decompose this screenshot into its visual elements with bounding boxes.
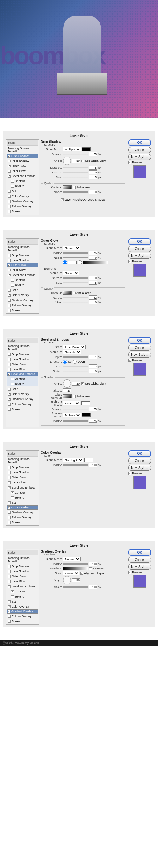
checkbox-icon[interactable] bbox=[61, 198, 64, 201]
item-inner-shadow[interactable]: Inner Shadow bbox=[7, 569, 38, 574]
item-outer-glow[interactable]: Outer Glow bbox=[7, 574, 38, 579]
styles-header[interactable]: Styles bbox=[7, 239, 38, 245]
new-style-button[interactable]: New Style... bbox=[128, 253, 151, 259]
checkbox-icon[interactable] bbox=[8, 585, 11, 588]
item-stroke[interactable]: Stroke bbox=[7, 308, 38, 313]
styles-header[interactable]: Styles bbox=[7, 338, 38, 343]
h-opacity-slider[interactable] bbox=[63, 409, 88, 410]
color-swatch[interactable] bbox=[84, 458, 93, 462]
checkbox-icon[interactable] bbox=[8, 570, 11, 573]
item-gradient-overlay[interactable]: Gradient Overlay bbox=[7, 199, 38, 204]
jitter-slider[interactable] bbox=[63, 302, 88, 303]
soften-slider[interactable] bbox=[63, 371, 88, 372]
ok-button[interactable]: OK bbox=[128, 140, 151, 146]
gradient-radio[interactable] bbox=[78, 260, 82, 265]
scale-input[interactable] bbox=[89, 585, 97, 589]
checkbox-icon[interactable] bbox=[128, 571, 131, 574]
checkbox-icon[interactable] bbox=[8, 481, 11, 484]
spread-slider[interactable] bbox=[63, 172, 88, 173]
item-inner-glow[interactable]: Inner Glow bbox=[7, 480, 38, 485]
checkbox-icon[interactable] bbox=[11, 378, 14, 380]
checkbox-icon[interactable] bbox=[80, 572, 83, 575]
item-inner-glow[interactable]: Inner Glow bbox=[7, 367, 38, 372]
item-blending-options[interactable]: Blending Options: Default bbox=[7, 245, 38, 253]
h-opacity-input[interactable] bbox=[89, 407, 97, 411]
item-gradient-overlay[interactable]: Gradient Overlay bbox=[7, 397, 38, 402]
cancel-button[interactable]: Cancel bbox=[128, 458, 151, 464]
item-stroke[interactable]: Stroke bbox=[7, 619, 38, 624]
opacity-slider[interactable] bbox=[63, 154, 88, 155]
s-opacity-input[interactable] bbox=[89, 419, 97, 423]
item-color-overlay[interactable]: Color Overlay bbox=[7, 604, 38, 609]
size-input[interactable] bbox=[89, 175, 97, 179]
item-outer-glow[interactable]: Outer Glow bbox=[7, 263, 38, 267]
item-satin[interactable]: Satin bbox=[7, 599, 38, 604]
ok-button[interactable]: OK bbox=[128, 337, 151, 344]
checkbox-icon[interactable] bbox=[128, 359, 131, 362]
checkbox-icon[interactable] bbox=[8, 403, 11, 406]
checkbox-icon[interactable] bbox=[8, 368, 11, 371]
noise-slider[interactable] bbox=[63, 191, 88, 193]
item-outer-glow[interactable]: Outer Glow bbox=[7, 475, 38, 480]
checkbox-icon[interactable] bbox=[8, 165, 11, 167]
checkbox-icon[interactable] bbox=[8, 606, 11, 608]
item-texture[interactable]: Texture bbox=[7, 184, 38, 189]
item-color-overlay[interactable]: Color Overlay bbox=[7, 292, 38, 298]
item-drop-shadow[interactable]: Drop Shadow bbox=[7, 564, 38, 569]
direction-up-radio[interactable] bbox=[63, 360, 67, 364]
opacity-input[interactable] bbox=[89, 562, 97, 566]
item-contour[interactable]: Contour bbox=[7, 277, 38, 282]
cancel-button[interactable]: Cancel bbox=[128, 147, 151, 153]
color-swatch[interactable] bbox=[68, 261, 77, 265]
item-stroke[interactable]: Stroke bbox=[7, 520, 38, 525]
new-style-button[interactable]: New Style... bbox=[128, 154, 151, 160]
checkbox-icon[interactable] bbox=[8, 274, 11, 277]
item-bevel-emboss[interactable]: Bevel and Emboss bbox=[7, 272, 38, 277]
item-color-overlay[interactable]: Color Overlay bbox=[7, 392, 38, 397]
checkbox-icon[interactable] bbox=[73, 292, 75, 294]
checkbox-icon[interactable] bbox=[8, 471, 11, 474]
item-blending-options[interactable]: Blending Options: Default bbox=[7, 343, 38, 352]
range-input[interactable] bbox=[89, 296, 97, 300]
item-blending-options[interactable]: Blending Options: Default bbox=[7, 457, 38, 465]
s-opacity-slider[interactable] bbox=[63, 420, 88, 422]
checkbox-icon[interactable] bbox=[11, 590, 14, 593]
jitter-input[interactable] bbox=[89, 300, 97, 304]
gradient-bar[interactable] bbox=[63, 566, 88, 570]
ok-button[interactable]: OK bbox=[128, 238, 151, 245]
item-color-overlay[interactable]: Color Overlay bbox=[7, 505, 38, 510]
opacity-input[interactable] bbox=[89, 463, 97, 467]
item-gradient-overlay[interactable]: Gradient Overlay bbox=[7, 510, 38, 515]
item-inner-shadow[interactable]: Inner Shadow bbox=[7, 357, 38, 362]
item-inner-shadow[interactable]: Inner Shadow bbox=[7, 258, 38, 263]
highlight-color-swatch[interactable] bbox=[81, 401, 90, 405]
shadow-mode-select[interactable]: Multiply bbox=[63, 413, 81, 417]
opacity-slider[interactable] bbox=[63, 252, 88, 254]
checkbox-icon[interactable] bbox=[11, 383, 14, 385]
depth-slider[interactable] bbox=[63, 356, 88, 358]
highlight-mode-select[interactable]: Screen bbox=[63, 401, 80, 405]
checkbox-icon[interactable] bbox=[8, 160, 11, 162]
color-swatch[interactable] bbox=[82, 147, 91, 151]
checkbox-icon[interactable] bbox=[8, 620, 11, 623]
checkbox-icon[interactable] bbox=[8, 393, 11, 396]
checkbox-icon[interactable] bbox=[8, 353, 11, 356]
opacity-slider[interactable] bbox=[63, 464, 88, 466]
checkbox-icon[interactable] bbox=[8, 408, 11, 411]
checkbox-icon[interactable] bbox=[8, 486, 11, 489]
item-pattern-overlay[interactable]: Pattern Overlay bbox=[7, 402, 38, 407]
depth-input[interactable] bbox=[89, 355, 97, 359]
angle-dial[interactable] bbox=[63, 157, 71, 165]
item-drop-shadow[interactable]: Drop Shadow bbox=[7, 352, 38, 357]
checkbox-icon[interactable] bbox=[8, 615, 11, 618]
item-blending-options[interactable]: Blending Options: Default bbox=[7, 146, 38, 154]
checkbox-icon[interactable] bbox=[8, 476, 11, 479]
noise-input[interactable] bbox=[89, 256, 97, 260]
styles-header[interactable]: Styles bbox=[7, 451, 38, 457]
item-texture[interactable]: Texture bbox=[7, 381, 38, 386]
angle-dial[interactable] bbox=[63, 576, 71, 584]
spread-input[interactable] bbox=[89, 170, 97, 175]
checkbox-icon[interactable] bbox=[8, 170, 11, 173]
checkbox-icon[interactable] bbox=[8, 373, 10, 376]
checkbox-icon[interactable] bbox=[8, 600, 11, 603]
